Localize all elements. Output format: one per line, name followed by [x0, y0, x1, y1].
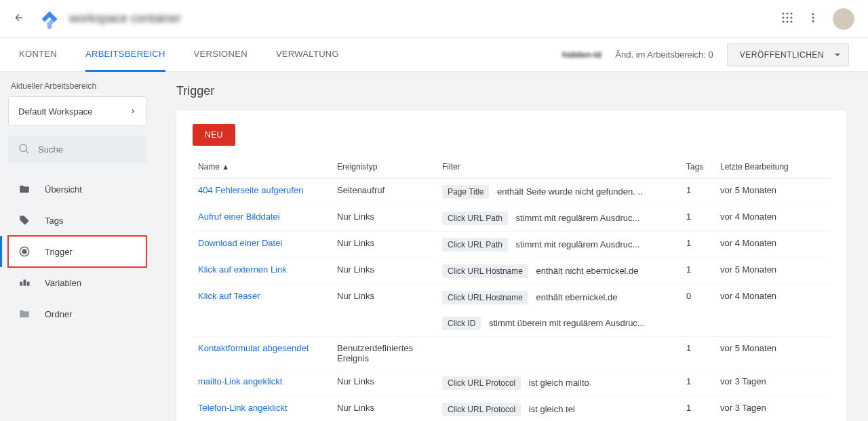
svg-point-4 [783, 17, 785, 19]
event-type: Benutzerdefiniertes Ereignis [332, 337, 437, 370]
last-edit: vor 5 Monaten [715, 258, 830, 285]
table-row[interactable]: Kontaktformular abgesendetBenutzerdefini… [193, 337, 830, 370]
filter-cell: Click URL Hostname enthält ebernickel.de [437, 285, 681, 311]
search-input[interactable] [38, 144, 137, 155]
search-box[interactable] [8, 136, 146, 163]
workspace-value: Default Workspace [18, 106, 93, 117]
filter-cell: Click URL Path stimmt mit regulärem Ausd… [437, 232, 681, 258]
sidebar-item-variablen[interactable]: Variablen [8, 267, 146, 298]
apps-grid-icon[interactable] [781, 12, 793, 26]
table-row[interactable]: Click ID stimmt überein mit regulärem Au… [193, 310, 830, 337]
workspace-label: Aktueller Arbeitsbereich [11, 81, 146, 91]
sidebar-item-übersicht[interactable]: Übersicht [8, 174, 146, 205]
table-row[interactable]: Klick auf externen LinkNur LinksClick UR… [193, 258, 830, 285]
col-tags[interactable]: Tags [681, 155, 715, 179]
last-edit: vor 3 Tagen [715, 370, 830, 397]
table-row[interactable]: Aufruf einer BilddateiNur LinksClick URL… [193, 205, 830, 232]
trigger-name-link[interactable]: Telefon-Link angeklickt [198, 403, 288, 413]
filter-chip: Click URL Hostname [442, 264, 528, 278]
trigger-name-link[interactable]: Kontaktformular abgesendet [198, 343, 309, 353]
svg-point-10 [812, 13, 814, 15]
last-edit: vor 5 Monaten [715, 337, 830, 370]
filter-chip: Click URL Protocol [442, 403, 521, 416]
filter-cell: Page Title enthält Seite wurde nicht gef… [437, 179, 681, 205]
filter-cell: Click URL Hostname enthält nicht ebernic… [437, 258, 681, 285]
svg-point-3 [791, 13, 793, 15]
back-arrow-icon[interactable] [14, 12, 24, 25]
blocks-icon [18, 277, 31, 289]
event-type: Seitenaufruf [332, 179, 437, 205]
folder-icon [18, 183, 31, 195]
filter-chip: Click URL Path [442, 238, 508, 252]
sidebar-item-label: Trigger [45, 247, 73, 257]
workspace-selector[interactable]: Default Workspace [8, 96, 146, 126]
svg-rect-17 [24, 280, 26, 286]
col-name[interactable]: Name ▲ [193, 155, 332, 179]
workspace-changes-text[interactable]: Änd. im Arbeitsbereich: 0 [615, 49, 713, 60]
tab-verwaltung[interactable]: VERWALTUNG [276, 38, 339, 72]
page-title: Trigger [176, 84, 846, 98]
tags-count: 1 [681, 232, 715, 258]
event-type: Nur Links [332, 258, 437, 285]
svg-rect-16 [20, 282, 22, 286]
tab-konten[interactable]: KONTEN [19, 38, 57, 72]
svg-point-1 [783, 13, 785, 15]
tags-count: 1 [681, 337, 715, 370]
target-icon [18, 245, 31, 258]
table-row[interactable]: mailto-Link angeklicktNur LinksClick URL… [193, 370, 830, 397]
main-area: Aktueller Arbeitsbereich Default Workspa… [0, 72, 868, 421]
svg-point-11 [812, 17, 814, 19]
table-row[interactable]: Klick auf TeaserNur LinksClick URL Hostn… [193, 285, 830, 311]
tags-count: 1 [681, 397, 715, 422]
sidebar: Aktueller Arbeitsbereich Default Workspa… [0, 72, 155, 421]
content: Trigger NEU Name ▲ Ereignistyp Filter Ta… [155, 72, 868, 421]
svg-point-15 [22, 249, 26, 254]
tags-count: 1 [681, 370, 715, 397]
sidebar-item-ordner[interactable]: Ordner [8, 298, 146, 329]
trigger-name-link[interactable]: Download einer Datei [198, 238, 282, 248]
trigger-name-link[interactable]: 404 Fehlerseite aufgerufen [198, 185, 303, 195]
tab-arbeitsbereich[interactable]: ARBEITSBEREICH [85, 38, 165, 72]
top-bar: workspace container [0, 0, 868, 38]
user-avatar[interactable] [833, 8, 854, 30]
svg-rect-18 [27, 282, 30, 286]
filter-chip: Click ID [442, 317, 481, 330]
col-edited[interactable]: Letzte Bearbeitung [715, 155, 830, 179]
svg-point-8 [787, 21, 789, 23]
filter-cell: Click ID stimmt überein mit regulärem Au… [437, 310, 681, 337]
trigger-name-link[interactable]: mailto-Link angeklickt [198, 376, 282, 386]
svg-point-12 [812, 20, 814, 22]
filter-chip: Click URL Hostname [442, 291, 528, 304]
trigger-card: NEU Name ▲ Ereignistyp Filter Tags Letzt… [176, 111, 846, 421]
trigger-name-link[interactable]: Klick auf Teaser [198, 291, 260, 301]
filter-chip: Click URL Protocol [442, 376, 521, 390]
more-vert-icon[interactable] [807, 12, 819, 26]
tag-icon [18, 214, 31, 226]
sidebar-item-label: Ordner [45, 309, 72, 319]
sub-nav: KONTENARBEITSBEREICHVERSIONENVERWALTUNG … [0, 38, 868, 72]
event-type: Nur Links [332, 232, 437, 258]
col-event[interactable]: Ereignistyp [332, 155, 437, 179]
col-filter[interactable]: Filter [437, 155, 681, 179]
table-row[interactable]: Telefon-Link angeklicktNur LinksClick UR… [193, 397, 830, 422]
table-row[interactable]: 404 Fehlerseite aufgerufenSeitenaufrufPa… [193, 179, 830, 205]
folder-gray-icon [18, 308, 31, 320]
tags-count: 1 [681, 205, 715, 232]
sidebar-item-label: Variablen [45, 278, 81, 288]
project-title[interactable]: workspace container [69, 12, 181, 26]
event-type: Nur Links [332, 397, 437, 422]
sidebar-item-trigger[interactable]: Trigger [8, 236, 146, 267]
trigger-name-link[interactable]: Aufruf einer Bilddatei [198, 212, 280, 222]
tab-versionen[interactable]: VERSIONEN [194, 38, 248, 72]
search-icon [18, 142, 30, 157]
svg-point-0 [47, 24, 52, 28]
container-id[interactable]: hidden-id [562, 49, 602, 60]
event-type: Nur Links [332, 205, 437, 232]
last-edit: vor 4 Monaten [715, 285, 830, 311]
publish-button[interactable]: VERÖFFENTLICHEN [727, 43, 849, 66]
table-row[interactable]: Download einer DateiNur LinksClick URL P… [193, 232, 830, 258]
trigger-name-link[interactable]: Klick auf externen Link [198, 264, 287, 275]
sidebar-item-tags[interactable]: Tags [8, 205, 146, 236]
filter-cell: Click URL Protocol ist gleich tel [437, 397, 681, 422]
new-button[interactable]: NEU [193, 124, 235, 146]
